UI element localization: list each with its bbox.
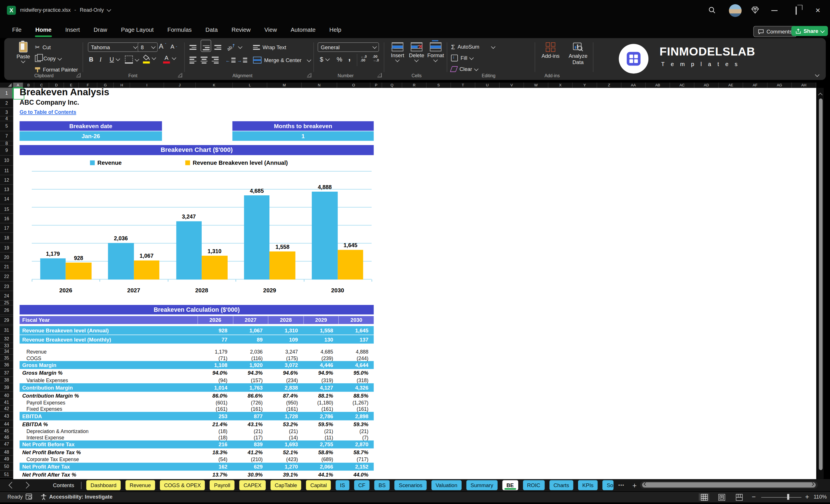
- column-header-Q[interactable]: Q: [382, 83, 402, 88]
- row-label[interactable]: Variable Expenses: [20, 377, 197, 383]
- zoom-slider-thumb[interactable]: [787, 494, 789, 500]
- zoom-out-icon[interactable]: −: [752, 493, 756, 501]
- row-header-34[interactable]: 34: [0, 349, 13, 355]
- table-cell[interactable]: 2,152: [338, 464, 374, 469]
- table-cell[interactable]: (161): [338, 406, 374, 412]
- table-cell[interactable]: (71): [197, 355, 232, 361]
- table-cell[interactable]: 86.0%: [197, 392, 232, 398]
- table-cell[interactable]: 94.6%: [268, 370, 303, 376]
- table-cell[interactable]: 2,786: [303, 413, 338, 419]
- scroll-up-icon[interactable]: [818, 93, 822, 97]
- align-top-button[interactable]: [190, 43, 196, 52]
- vertical-scrollbar-thumb[interactable]: [819, 98, 822, 470]
- font-dialog-launcher[interactable]: [178, 73, 182, 77]
- row-header-48[interactable]: 48: [0, 448, 13, 456]
- row-label[interactable]: Net Profit After Tax: [20, 464, 197, 469]
- sheet-tab-capex[interactable]: CAPEX: [240, 480, 266, 490]
- row-header-51[interactable]: 51: [0, 471, 13, 478]
- menu-tab-data[interactable]: Data: [198, 21, 225, 38]
- table-cell[interactable]: 1,763: [233, 385, 268, 390]
- decrease-decimal-button[interactable]: .00→.0: [373, 54, 379, 63]
- table-cell[interactable]: 1,645: [338, 327, 374, 333]
- table-cell[interactable]: (161): [233, 406, 268, 412]
- accessibility-icon[interactable]: [40, 494, 47, 500]
- row-header-17[interactable]: 17: [0, 223, 13, 233]
- zoom-level[interactable]: 110%: [814, 494, 827, 500]
- table-cell[interactable]: 30.9%: [233, 471, 268, 477]
- table-cell[interactable]: (601): [197, 399, 232, 405]
- row-label[interactable]: Gross Margin: [20, 362, 197, 368]
- breakeven-date-value[interactable]: Jan-26: [20, 131, 162, 140]
- column-header-H[interactable]: H: [114, 83, 130, 88]
- table-cell[interactable]: 44.0%: [338, 471, 374, 477]
- table-cell[interactable]: 1,270: [268, 464, 303, 469]
- table-cell[interactable]: (161): [197, 406, 232, 412]
- menu-tab-draw[interactable]: Draw: [87, 21, 114, 38]
- table-cell[interactable]: (21): [233, 428, 268, 434]
- add-sheet-icon[interactable]: +: [629, 481, 640, 490]
- column-header-AA[interactable]: AA: [621, 83, 646, 88]
- table-title[interactable]: Breakeven Calculation ($'000): [20, 305, 374, 314]
- table-cell[interactable]: 1,108: [197, 362, 232, 368]
- table-cell[interactable]: 53.2%: [268, 421, 303, 427]
- table-cell[interactable]: 87.4%: [268, 392, 303, 398]
- row-header-12[interactable]: 12: [0, 175, 13, 185]
- menu-tab-formulas[interactable]: Formulas: [160, 21, 198, 38]
- row-header-24[interactable]: 24: [0, 291, 13, 301]
- document-title[interactable]: midwifery-practice.xlsx - Read-Only: [20, 7, 110, 12]
- breakeven-date-header[interactable]: Breakeven date: [20, 121, 162, 131]
- delete-cells-button[interactable]: ✕ Delete: [408, 42, 425, 61]
- paste-button[interactable]: Paste: [12, 42, 34, 62]
- row-header-26[interactable]: 26: [0, 306, 13, 315]
- table-cell[interactable]: 13.7%: [197, 471, 232, 477]
- row-header-47[interactable]: 47: [0, 441, 13, 448]
- column-header-V[interactable]: V: [500, 83, 524, 88]
- analyze-data-button[interactable]: AnalyzeData: [566, 42, 591, 65]
- table-cell[interactable]: (161): [268, 406, 303, 412]
- row-label[interactable]: Contribution Margin: [20, 385, 197, 390]
- table-cell[interactable]: 44.1%: [303, 471, 338, 477]
- fill-button[interactable]: Fill: [451, 54, 473, 62]
- align-center-button[interactable]: [200, 56, 208, 64]
- increase-indent-button[interactable]: →: [237, 56, 247, 64]
- table-cell[interactable]: 88.5%: [338, 392, 374, 398]
- table-cell[interactable]: 77: [197, 336, 232, 342]
- row-header-43[interactable]: 43: [0, 412, 13, 420]
- table-cell[interactable]: 162: [197, 464, 232, 469]
- column-header-W[interactable]: W: [524, 83, 548, 88]
- table-cell[interactable]: 94.9%: [303, 370, 338, 376]
- table-cell[interactable]: 94.3%: [233, 370, 268, 376]
- bold-button[interactable]: B: [89, 55, 93, 63]
- sheet-tab-contents[interactable]: Contents: [51, 480, 76, 490]
- sheet-tab-capital[interactable]: Capital: [306, 480, 331, 490]
- sheet-tab-bs[interactable]: BS: [374, 480, 390, 490]
- row-header-13[interactable]: 13: [0, 185, 13, 194]
- column-header-AB[interactable]: AB: [646, 83, 670, 88]
- table-cell[interactable]: (116): [233, 355, 268, 361]
- table-cell[interactable]: 629: [233, 464, 268, 469]
- row-label[interactable]: Contribution Margin %: [20, 392, 197, 398]
- table-cell[interactable]: 43.1%: [233, 421, 268, 427]
- company-name[interactable]: ABC Company Inc.: [20, 99, 79, 106]
- sheet-tab-valuation[interactable]: Valuation: [431, 480, 461, 490]
- row-label[interactable]: Fixed Expenses: [20, 406, 197, 412]
- table-cell[interactable]: 4,127: [303, 385, 338, 390]
- underline-button[interactable]: U: [109, 55, 120, 63]
- table-cell[interactable]: 1,558: [303, 327, 338, 333]
- column-header-X[interactable]: X: [548, 83, 573, 88]
- sheet-tab-cogs-opex[interactable]: COGS & OPEX: [160, 480, 205, 490]
- select-all-corner[interactable]: [0, 83, 13, 88]
- table-cell[interactable]: (726): [233, 399, 268, 405]
- decrease-indent-button[interactable]: ←: [225, 56, 235, 64]
- row-label[interactable]: EBITDA %: [20, 421, 197, 427]
- clipboard-dialog-launcher[interactable]: [76, 73, 81, 77]
- table-cell[interactable]: 18.3%: [197, 449, 232, 455]
- row-label[interactable]: Revenue: [20, 349, 197, 354]
- row-label[interactable]: Net Profit Before Tax: [20, 442, 197, 447]
- table-cell[interactable]: 137: [338, 336, 374, 342]
- comma-style-button[interactable]: ,: [348, 53, 351, 62]
- table-cell[interactable]: 4,326: [338, 385, 374, 390]
- table-cell[interactable]: 2,755: [303, 442, 338, 447]
- row-header-50[interactable]: 50: [0, 463, 13, 471]
- row-header-5[interactable]: 5: [0, 121, 13, 131]
